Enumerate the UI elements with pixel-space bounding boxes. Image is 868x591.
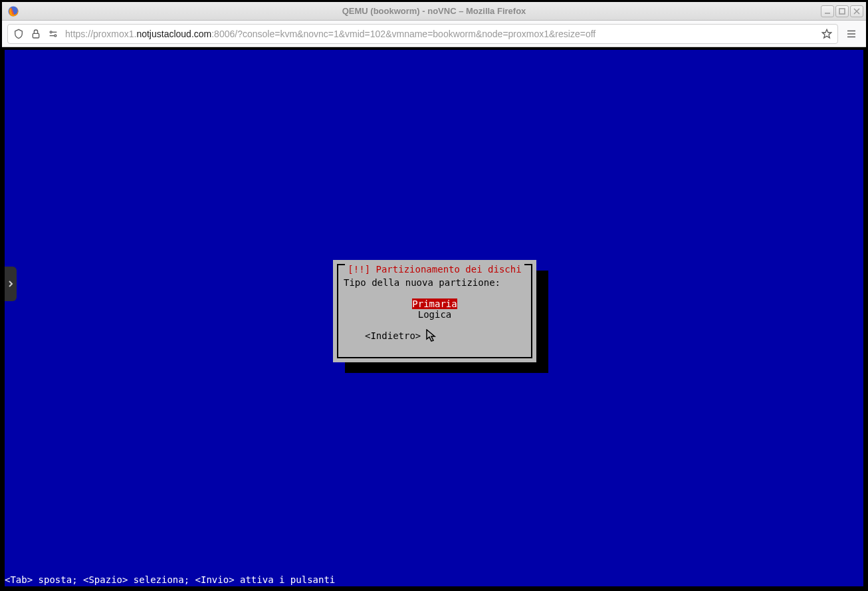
- dialog-prompt: Tipo della nuova partizione:: [344, 277, 526, 288]
- window-title-bar: QEMU (bookworm) - noVNC – Mozilla Firefo…: [2, 2, 866, 21]
- close-button[interactable]: [850, 5, 863, 17]
- url-text: https://proxmox1.notjustacloud.com:8006/…: [65, 29, 815, 39]
- url-bar[interactable]: https://proxmox1.notjustacloud.com:8006/…: [7, 24, 838, 44]
- option-logica[interactable]: Logica: [418, 309, 452, 320]
- svg-rect-2: [839, 9, 845, 14]
- svg-point-6: [50, 31, 52, 33]
- svg-rect-5: [33, 33, 39, 38]
- hamburger-menu-icon[interactable]: [842, 25, 861, 43]
- svg-marker-10: [822, 29, 831, 38]
- window-title: QEMU (bookworm) - noVNC – Mozilla Firefo…: [58, 6, 810, 16]
- svg-point-8: [54, 35, 56, 37]
- back-button[interactable]: <Indietro>: [365, 330, 421, 341]
- browser-toolbar: https://proxmox1.notjustacloud.com:8006/…: [2, 21, 866, 47]
- lock-icon: [31, 29, 41, 39]
- minimize-button[interactable]: [821, 5, 834, 17]
- option-primaria[interactable]: Primaria: [412, 298, 457, 309]
- help-line: <Tab> sposta; <Spazio> seleziona; <Invio…: [5, 574, 863, 586]
- vnc-viewport[interactable]: [!!] Partizionamento dei dischi Tipo del…: [5, 50, 863, 586]
- permissions-icon: [48, 29, 58, 39]
- window-frame: QEMU (bookworm) - noVNC – Mozilla Firefo…: [0, 0, 868, 591]
- vnc-panel-toggle[interactable]: [5, 267, 17, 301]
- dialog-title: [!!] Partizionamento dei dischi: [345, 264, 524, 275]
- firefox-icon: [7, 5, 19, 17]
- installer-dialog: [!!] Partizionamento dei dischi Tipo del…: [333, 260, 536, 362]
- shield-icon: [13, 29, 24, 39]
- maximize-button[interactable]: [835, 5, 849, 17]
- bookmark-star-icon[interactable]: [821, 29, 832, 39]
